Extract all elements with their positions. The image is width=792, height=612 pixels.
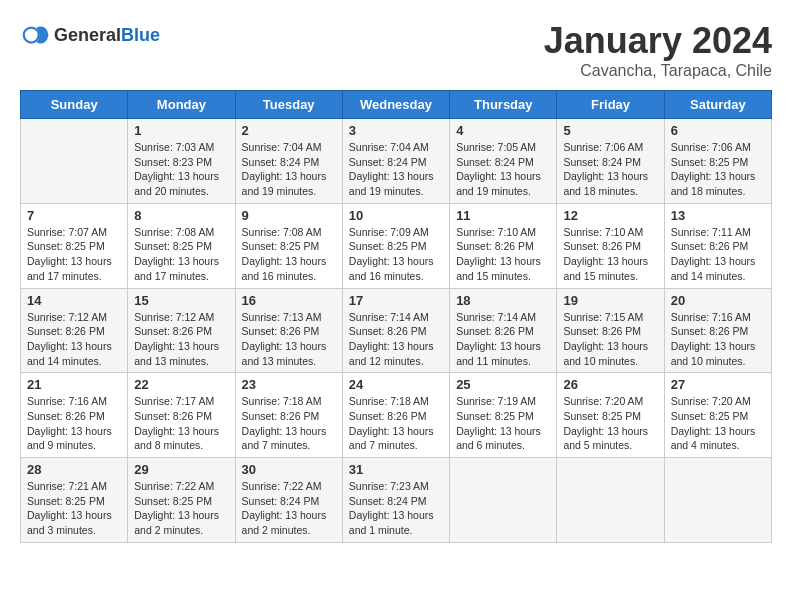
calendar-cell: 17Sunrise: 7:14 AMSunset: 8:26 PMDayligh… — [342, 288, 449, 373]
day-number: 15 — [134, 293, 228, 308]
day-info: Sunrise: 7:19 AMSunset: 8:25 PMDaylight:… — [456, 394, 550, 453]
calendar-cell: 20Sunrise: 7:16 AMSunset: 8:26 PMDayligh… — [664, 288, 771, 373]
calendar-cell — [557, 458, 664, 543]
calendar-cell: 26Sunrise: 7:20 AMSunset: 8:25 PMDayligh… — [557, 373, 664, 458]
day-number: 24 — [349, 377, 443, 392]
day-number: 3 — [349, 123, 443, 138]
calendar-cell: 7Sunrise: 7:07 AMSunset: 8:25 PMDaylight… — [21, 203, 128, 288]
day-header-tuesday: Tuesday — [235, 91, 342, 119]
day-info: Sunrise: 7:23 AMSunset: 8:24 PMDaylight:… — [349, 479, 443, 538]
day-number: 9 — [242, 208, 336, 223]
calendar-cell: 13Sunrise: 7:11 AMSunset: 8:26 PMDayligh… — [664, 203, 771, 288]
calendar-cell: 27Sunrise: 7:20 AMSunset: 8:25 PMDayligh… — [664, 373, 771, 458]
calendar-cell: 4Sunrise: 7:05 AMSunset: 8:24 PMDaylight… — [450, 119, 557, 204]
day-info: Sunrise: 7:10 AMSunset: 8:26 PMDaylight:… — [456, 225, 550, 284]
calendar-cell: 30Sunrise: 7:22 AMSunset: 8:24 PMDayligh… — [235, 458, 342, 543]
day-number: 28 — [27, 462, 121, 477]
day-info: Sunrise: 7:08 AMSunset: 8:25 PMDaylight:… — [242, 225, 336, 284]
calendar-cell: 19Sunrise: 7:15 AMSunset: 8:26 PMDayligh… — [557, 288, 664, 373]
day-header-saturday: Saturday — [664, 91, 771, 119]
day-info: Sunrise: 7:08 AMSunset: 8:25 PMDaylight:… — [134, 225, 228, 284]
day-info: Sunrise: 7:14 AMSunset: 8:26 PMDaylight:… — [349, 310, 443, 369]
calendar-cell — [21, 119, 128, 204]
logo-icon — [20, 20, 50, 50]
day-header-sunday: Sunday — [21, 91, 128, 119]
day-number: 14 — [27, 293, 121, 308]
day-info: Sunrise: 7:03 AMSunset: 8:23 PMDaylight:… — [134, 140, 228, 199]
week-row-1: 7Sunrise: 7:07 AMSunset: 8:25 PMDaylight… — [21, 203, 772, 288]
day-number: 22 — [134, 377, 228, 392]
day-info: Sunrise: 7:04 AMSunset: 8:24 PMDaylight:… — [349, 140, 443, 199]
day-number: 12 — [563, 208, 657, 223]
day-info: Sunrise: 7:12 AMSunset: 8:26 PMDaylight:… — [134, 310, 228, 369]
day-number: 21 — [27, 377, 121, 392]
calendar-cell: 12Sunrise: 7:10 AMSunset: 8:26 PMDayligh… — [557, 203, 664, 288]
calendar-cell: 23Sunrise: 7:18 AMSunset: 8:26 PMDayligh… — [235, 373, 342, 458]
calendar-cell: 22Sunrise: 7:17 AMSunset: 8:26 PMDayligh… — [128, 373, 235, 458]
day-number: 26 — [563, 377, 657, 392]
day-info: Sunrise: 7:13 AMSunset: 8:26 PMDaylight:… — [242, 310, 336, 369]
day-number: 1 — [134, 123, 228, 138]
day-info: Sunrise: 7:20 AMSunset: 8:25 PMDaylight:… — [563, 394, 657, 453]
day-info: Sunrise: 7:16 AMSunset: 8:26 PMDaylight:… — [27, 394, 121, 453]
day-info: Sunrise: 7:22 AMSunset: 8:25 PMDaylight:… — [134, 479, 228, 538]
calendar-cell: 3Sunrise: 7:04 AMSunset: 8:24 PMDaylight… — [342, 119, 449, 204]
calendar-cell: 1Sunrise: 7:03 AMSunset: 8:23 PMDaylight… — [128, 119, 235, 204]
day-info: Sunrise: 7:20 AMSunset: 8:25 PMDaylight:… — [671, 394, 765, 453]
day-info: Sunrise: 7:04 AMSunset: 8:24 PMDaylight:… — [242, 140, 336, 199]
day-header-monday: Monday — [128, 91, 235, 119]
day-number: 16 — [242, 293, 336, 308]
day-number: 11 — [456, 208, 550, 223]
day-number: 6 — [671, 123, 765, 138]
calendar-table: SundayMondayTuesdayWednesdayThursdayFrid… — [20, 90, 772, 543]
day-number: 5 — [563, 123, 657, 138]
day-info: Sunrise: 7:22 AMSunset: 8:24 PMDaylight:… — [242, 479, 336, 538]
day-info: Sunrise: 7:10 AMSunset: 8:26 PMDaylight:… — [563, 225, 657, 284]
logo-text: GeneralBlue — [54, 25, 160, 46]
day-number: 17 — [349, 293, 443, 308]
day-number: 4 — [456, 123, 550, 138]
day-info: Sunrise: 7:17 AMSunset: 8:26 PMDaylight:… — [134, 394, 228, 453]
day-number: 7 — [27, 208, 121, 223]
day-number: 19 — [563, 293, 657, 308]
logo-general: General — [54, 25, 121, 45]
day-info: Sunrise: 7:05 AMSunset: 8:24 PMDaylight:… — [456, 140, 550, 199]
logo-blue: Blue — [121, 25, 160, 45]
day-info: Sunrise: 7:18 AMSunset: 8:26 PMDaylight:… — [242, 394, 336, 453]
title-area: January 2024 Cavancha, Tarapaca, Chile — [544, 20, 772, 80]
calendar-cell: 31Sunrise: 7:23 AMSunset: 8:24 PMDayligh… — [342, 458, 449, 543]
day-number: 8 — [134, 208, 228, 223]
day-info: Sunrise: 7:11 AMSunset: 8:26 PMDaylight:… — [671, 225, 765, 284]
week-row-2: 14Sunrise: 7:12 AMSunset: 8:26 PMDayligh… — [21, 288, 772, 373]
day-info: Sunrise: 7:12 AMSunset: 8:26 PMDaylight:… — [27, 310, 121, 369]
day-number: 2 — [242, 123, 336, 138]
calendar-cell: 15Sunrise: 7:12 AMSunset: 8:26 PMDayligh… — [128, 288, 235, 373]
calendar-cell — [450, 458, 557, 543]
calendar-cell: 11Sunrise: 7:10 AMSunset: 8:26 PMDayligh… — [450, 203, 557, 288]
calendar-cell: 28Sunrise: 7:21 AMSunset: 8:25 PMDayligh… — [21, 458, 128, 543]
day-info: Sunrise: 7:18 AMSunset: 8:26 PMDaylight:… — [349, 394, 443, 453]
day-number: 29 — [134, 462, 228, 477]
day-number: 31 — [349, 462, 443, 477]
calendar-cell: 16Sunrise: 7:13 AMSunset: 8:26 PMDayligh… — [235, 288, 342, 373]
calendar-cell: 5Sunrise: 7:06 AMSunset: 8:24 PMDaylight… — [557, 119, 664, 204]
day-number: 13 — [671, 208, 765, 223]
day-number: 25 — [456, 377, 550, 392]
calendar-cell: 25Sunrise: 7:19 AMSunset: 8:25 PMDayligh… — [450, 373, 557, 458]
day-info: Sunrise: 7:06 AMSunset: 8:25 PMDaylight:… — [671, 140, 765, 199]
day-number: 10 — [349, 208, 443, 223]
calendar-cell: 2Sunrise: 7:04 AMSunset: 8:24 PMDaylight… — [235, 119, 342, 204]
location-subtitle: Cavancha, Tarapaca, Chile — [544, 62, 772, 80]
calendar-cell: 8Sunrise: 7:08 AMSunset: 8:25 PMDaylight… — [128, 203, 235, 288]
day-info: Sunrise: 7:06 AMSunset: 8:24 PMDaylight:… — [563, 140, 657, 199]
calendar-cell: 24Sunrise: 7:18 AMSunset: 8:26 PMDayligh… — [342, 373, 449, 458]
logo: GeneralBlue — [20, 20, 160, 50]
day-info: Sunrise: 7:16 AMSunset: 8:26 PMDaylight:… — [671, 310, 765, 369]
calendar-cell: 9Sunrise: 7:08 AMSunset: 8:25 PMDaylight… — [235, 203, 342, 288]
day-info: Sunrise: 7:09 AMSunset: 8:25 PMDaylight:… — [349, 225, 443, 284]
day-info: Sunrise: 7:21 AMSunset: 8:25 PMDaylight:… — [27, 479, 121, 538]
week-row-4: 28Sunrise: 7:21 AMSunset: 8:25 PMDayligh… — [21, 458, 772, 543]
calendar-cell: 18Sunrise: 7:14 AMSunset: 8:26 PMDayligh… — [450, 288, 557, 373]
day-number: 20 — [671, 293, 765, 308]
day-number: 27 — [671, 377, 765, 392]
